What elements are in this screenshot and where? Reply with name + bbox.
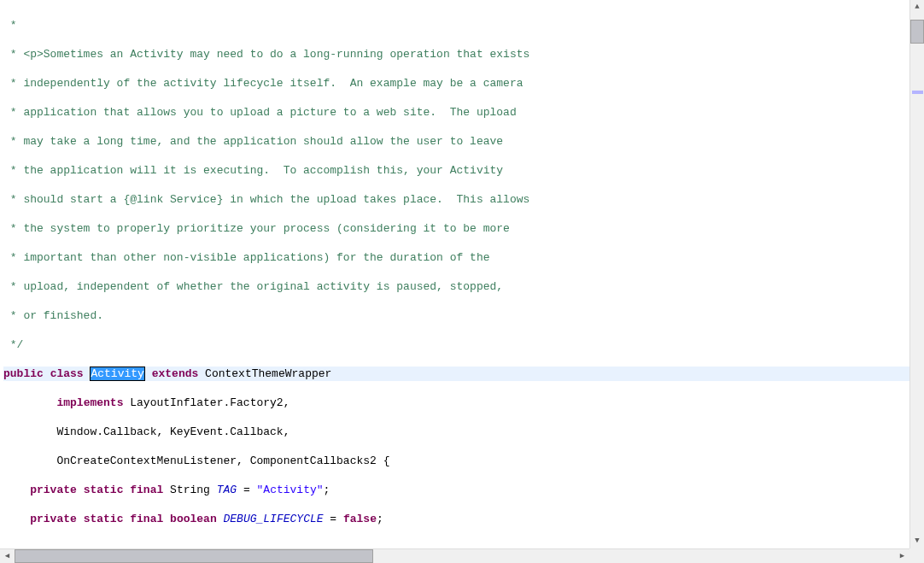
code-text-area[interactable]: * * <p>Sometimes an Activity may need to…: [0, 0, 924, 563]
doc-comment-line: *: [3, 19, 17, 32]
keyword-extends: extends: [152, 367, 199, 380]
doc-comment-line: * important than other non-visible appli…: [3, 251, 490, 264]
keyword-static: static: [84, 513, 124, 525]
doc-comment-line: * or finished.: [3, 309, 103, 322]
keyword-final: final: [130, 513, 163, 525]
vertical-scroll-thumb[interactable]: [910, 20, 924, 44]
scrollbar-corner: [909, 548, 924, 563]
string-literal: "Activity": [257, 484, 324, 496]
scroll-left-arrow-icon[interactable]: ◀: [0, 549, 15, 563]
field-tag: TAG: [217, 484, 237, 496]
type-string: String: [170, 484, 210, 496]
class-declaration-line: public class Activity extends ContextThe…: [3, 367, 924, 381]
implements-list: Window.Callback, KeyEvent.Callback,: [3, 425, 289, 438]
doc-comment-line: * should start a {@link Service} in whic…: [3, 193, 529, 206]
code-editor: * * <p>Sometimes an Activity may need to…: [0, 0, 924, 563]
vertical-scroll-track[interactable]: [910, 15, 924, 534]
doc-comment-line: * <p>Sometimes an Activity may need to d…: [3, 48, 529, 61]
horizontal-scroll-track[interactable]: [15, 549, 895, 563]
field-debug-lifecycle: DEBUG_LIFECYCLE: [224, 513, 324, 525]
superclass-name: ContextThemeWrapper: [205, 367, 331, 380]
scroll-down-arrow-icon[interactable]: ▼: [910, 534, 924, 548]
implements-list: LayoutInflater.Factory2,: [123, 396, 289, 409]
doc-comment-line: * may take a long time, and the applicat…: [3, 135, 503, 148]
keyword-final: final: [130, 484, 163, 496]
doc-comment-line: * upload, independent of whether the ori…: [3, 280, 503, 293]
horizontal-scroll-thumb[interactable]: [15, 549, 373, 563]
doc-comment-line: * the application will it is executing. …: [3, 164, 503, 177]
implements-list: OnCreateContextMenuListener, ComponentCa…: [3, 455, 389, 467]
doc-comment-line: * the system to properly prioritize your…: [3, 222, 510, 235]
keyword-private: private: [30, 513, 77, 525]
keyword-false: false: [343, 513, 377, 525]
keyword-private: private: [30, 484, 77, 496]
keyword-boolean: boolean: [170, 513, 217, 525]
keyword-public: public: [3, 367, 44, 380]
scroll-up-arrow-icon[interactable]: ▲: [910, 0, 924, 15]
doc-comment-end: */: [3, 338, 23, 351]
horizontal-scrollbar[interactable]: ◀ ▶: [0, 548, 909, 563]
scroll-right-arrow-icon[interactable]: ▶: [895, 549, 909, 563]
selected-class-name[interactable]: Activity: [90, 367, 144, 381]
doc-comment-line: * application that allows you to upload …: [3, 106, 517, 119]
keyword-implements: implements: [56, 396, 123, 409]
doc-comment-line: * independently of the activity lifecycl…: [3, 77, 523, 90]
keyword-static: static: [84, 484, 124, 496]
keyword-class: class: [50, 367, 84, 380]
vertical-scrollbar[interactable]: ▲ ▼: [909, 0, 924, 548]
scroll-marker[interactable]: [912, 91, 923, 94]
